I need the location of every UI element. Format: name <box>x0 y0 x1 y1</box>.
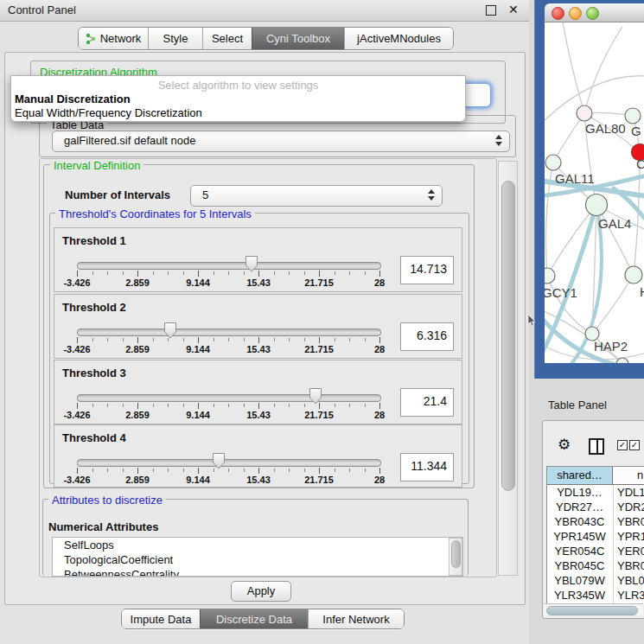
slider-track[interactable] <box>77 459 381 467</box>
major-tick <box>379 403 380 409</box>
close-traffic-icon[interactable] <box>552 7 564 20</box>
minor-tick <box>92 271 93 275</box>
minimize-traffic-icon[interactable] <box>569 7 582 20</box>
major-tick <box>319 468 320 474</box>
column-header-name[interactable]: n… <box>613 467 644 484</box>
node-label: GAL80 <box>585 121 626 136</box>
panel-title: Control Panel <box>8 3 76 16</box>
column-layout-icon[interactable] <box>589 438 604 455</box>
attribute-item[interactable]: SelfLoops <box>53 538 462 552</box>
popup-item-equal-width[interactable]: Equal Width/Frequency Discretization <box>15 106 202 119</box>
column-divider <box>613 573 614 588</box>
tab-style[interactable]: Style <box>148 28 202 49</box>
minor-tick <box>214 404 214 407</box>
table-row[interactable]: YBR045CYBR0 <box>547 558 644 573</box>
column-divider <box>613 558 614 573</box>
slider-track[interactable] <box>77 394 381 402</box>
numerical-attributes-label: Numerical Attributes <box>48 520 158 533</box>
settings-scrollbar-track[interactable] <box>498 161 518 576</box>
network-canvas[interactable]: GAL80GCGAL11GAL4GCY1HHAP2 <box>545 22 644 363</box>
slider-track[interactable] <box>77 328 381 336</box>
node-label: GAL4 <box>598 216 631 231</box>
slider-handle[interactable] <box>212 452 226 472</box>
tab-label: Impute Data <box>131 613 192 626</box>
network-node-gcy1[interactable] <box>545 268 555 284</box>
threshold-value-field[interactable]: 21.4 <box>400 388 454 417</box>
minor-tick <box>168 271 169 275</box>
major-tick <box>77 271 78 277</box>
minor-tick <box>107 271 108 275</box>
network-node-h[interactable] <box>625 266 642 284</box>
attributes-group-label: Attributes to discretize <box>48 494 166 507</box>
minor-tick <box>92 338 93 341</box>
close-icon[interactable]: ✕ <box>508 3 519 16</box>
tab-infer-network[interactable]: Infer Network <box>308 609 404 628</box>
threshold-value: 14.713 <box>410 262 447 276</box>
tab-cyni-toolbox[interactable]: Cyni Toolbox <box>252 28 344 49</box>
minor-tick <box>214 271 214 275</box>
minor-tick <box>349 271 350 275</box>
table-row[interactable]: YPR145WYPR1 <box>547 529 644 544</box>
checkbox-icon[interactable]: ✓ <box>629 440 640 450</box>
attribute-item[interactable]: TopologicalCoefficient <box>53 552 462 567</box>
cell-shared-name: YDR27… <box>547 500 612 514</box>
network-node-gal11[interactable] <box>545 155 561 170</box>
tick-label: 9.144 <box>174 277 222 288</box>
tab-select[interactable]: Select <box>202 28 252 49</box>
table-row[interactable]: YBL079WYBL0 <box>547 573 644 588</box>
gear-icon[interactable]: ⚙ <box>558 437 571 452</box>
slider-handle[interactable] <box>163 322 178 341</box>
minor-tick <box>123 338 124 341</box>
threshold-value-field[interactable]: 11.344 <box>400 453 454 481</box>
threshold-value-field[interactable]: 6.316 <box>400 322 454 351</box>
table-row[interactable]: YBR043CYBR0 <box>547 514 644 529</box>
popup-item-manual-discretization[interactable]: Manual Discretization <box>15 92 131 105</box>
settings-scrollbar-thumb[interactable] <box>501 181 515 491</box>
column-header-shared[interactable]: shared… <box>547 467 613 484</box>
table-hscrollbar-thumb[interactable] <box>546 606 638 615</box>
tick-label: 9.144 <box>174 410 222 420</box>
tick-label: 9.144 <box>174 475 222 485</box>
stepper-icon <box>428 189 435 201</box>
node-label: HAP2 <box>594 339 628 354</box>
table-row[interactable]: YER054CYER0 <box>547 544 644 558</box>
attributes-scrollbar-thumb[interactable] <box>451 540 461 568</box>
attribute-item[interactable]: BetweennessCentrality <box>53 567 462 577</box>
minor-tick <box>244 404 245 407</box>
major-tick <box>137 468 138 474</box>
number-of-intervals-combobox[interactable]: 5 <box>190 185 443 207</box>
tab-discretize-data[interactable]: Discretize Data <box>200 609 308 628</box>
table-row[interactable]: YLR345WYLR3 <box>547 588 644 603</box>
apply-button[interactable]: Apply <box>231 581 291 602</box>
slider-handle[interactable] <box>245 255 259 275</box>
node-table[interactable]: shared… n… YDL19…YDL1YDR27…YDR2YBR043CYB… <box>546 466 644 604</box>
tick-label: 2.859 <box>113 475 162 485</box>
slider-track[interactable] <box>77 262 381 270</box>
tab-jactivemnodules[interactable]: jActiveMNodules <box>344 28 453 49</box>
minor-tick <box>335 469 335 472</box>
tab-impute-data[interactable]: Impute Data <box>122 609 200 628</box>
network-node-gal4[interactable] <box>586 194 608 216</box>
network-node-gal80[interactable] <box>577 105 592 121</box>
attributes-scrollbar-track[interactable] <box>449 538 462 576</box>
table-row[interactable]: YDL19…YDL1 <box>547 485 644 500</box>
tab-network[interactable]: Network <box>79 28 148 49</box>
tick-label: 21.715 <box>295 410 343 420</box>
tick-label: 28 <box>355 475 404 485</box>
minor-tick <box>228 271 229 275</box>
major-tick <box>137 403 138 409</box>
tick-label: 15.43 <box>234 344 283 354</box>
zoom-traffic-icon[interactable] <box>586 7 599 20</box>
threshold-value-field[interactable]: 14.713 <box>400 256 454 284</box>
network-node-g[interactable] <box>625 108 641 124</box>
network-window-titlebar[interactable] <box>545 3 644 22</box>
table-row[interactable]: YDR27…YDR2 <box>547 500 644 514</box>
minor-tick <box>335 404 335 407</box>
float-icon[interactable] <box>486 5 496 16</box>
table-hscrollbar-track[interactable] <box>544 603 643 615</box>
table-data-combobox[interactable]: galFiltered.sif default node <box>52 131 510 152</box>
threshold-panel-3: Threshold 3-3.4262.8599.14415.4321.71528… <box>54 360 462 424</box>
numerical-attributes-list[interactable]: SelfLoopsTopologicalCoefficientBetweenne… <box>52 537 463 577</box>
checkbox-icon[interactable]: ✓ <box>617 440 628 450</box>
slider-handle[interactable] <box>309 387 323 407</box>
